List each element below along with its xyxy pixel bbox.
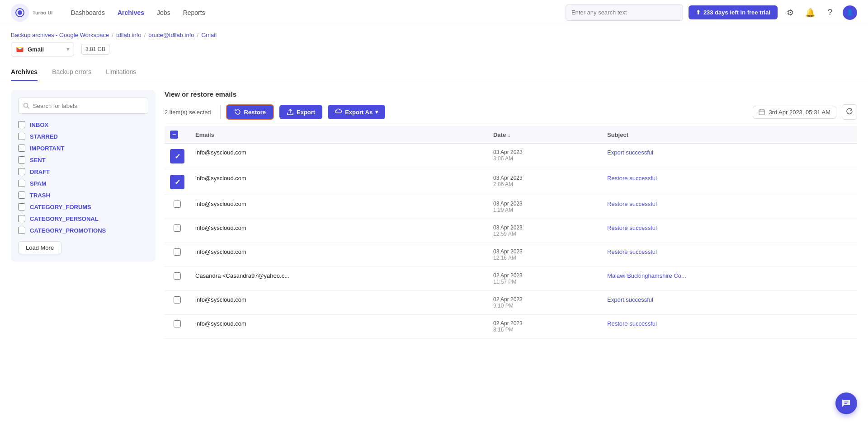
row-email-1: info@syscloud.com: [190, 144, 488, 169]
selected-count: 2 item(s) selected: [165, 109, 211, 116]
select-all-checkbox[interactable]: −: [170, 131, 178, 139]
label-item-starred[interactable]: STARRED: [18, 133, 148, 140]
label-item-draft[interactable]: DRAFT: [18, 168, 148, 175]
header-date: Date ↓: [488, 126, 602, 144]
row-subject-4: Restore successful: [602, 219, 857, 243]
label-item-trash[interactable]: TRASH: [18, 191, 148, 199]
section-title: View or restore emails: [165, 90, 857, 98]
svg-line-4: [28, 107, 29, 109]
row-checkbox-4[interactable]: [174, 224, 181, 232]
label-item-sent[interactable]: SENT: [18, 156, 148, 163]
label-checkbox-spam[interactable]: [18, 180, 25, 187]
label-item-category-promotions[interactable]: CATEGORY_PROMOTIONS: [18, 227, 148, 234]
search-labels-input[interactable]: [33, 103, 143, 109]
label-checkbox-sent[interactable]: [18, 156, 25, 163]
nav-reports[interactable]: Reports: [183, 9, 205, 16]
date-filter[interactable]: 3rd Apr 2023, 05:31 AM: [753, 106, 836, 119]
service-bar: Gmail ▾ 3.81 GB: [0, 42, 868, 62]
label-checkbox-category-forums[interactable]: [18, 203, 25, 210]
table-body: ✓ info@syscloud.com 03 Apr 2023 3:06 AM …: [165, 144, 857, 339]
nav-links: Dashboards Archives Jobs Reports: [71, 9, 551, 16]
tab-archives[interactable]: Archives: [11, 64, 38, 81]
load-more-button[interactable]: Load More: [18, 241, 61, 254]
row-checkbox-3[interactable]: [174, 201, 181, 208]
label-name-spam: SPAM: [30, 180, 47, 187]
search-labels-wrapper: [18, 98, 148, 114]
label-checkbox-category-personal[interactable]: [18, 215, 25, 222]
label-checkbox-draft[interactable]: [18, 168, 25, 175]
label-item-important[interactable]: IMPORTANT: [18, 145, 148, 152]
row-checkbox-cell: ✓: [165, 169, 190, 195]
nav-right: ⬆ 233 days left in free trial ⚙ 🔔 ? 👤: [566, 5, 857, 21]
cloud-icon: [335, 108, 342, 116]
row-checkbox-8[interactable]: [174, 320, 181, 327]
breadcrumb-item-service[interactable]: Gmail: [201, 32, 217, 38]
row-email-7: info@syscloud.com: [190, 291, 488, 315]
service-dropdown[interactable]: Gmail ▾: [11, 42, 74, 56]
nav-jobs[interactable]: Jobs: [157, 9, 170, 16]
export-button[interactable]: Export: [279, 105, 322, 119]
export-as-button[interactable]: Export As ▾: [328, 105, 385, 119]
avatar-button[interactable]: 👤: [843, 5, 857, 20]
settings-button[interactable]: ⚙: [783, 5, 797, 20]
tab-bar: Archives Backup errors Limitations: [0, 64, 868, 81]
sort-down-icon: ↓: [508, 131, 511, 138]
trial-button[interactable]: ⬆ 233 days left in free trial: [689, 5, 778, 19]
label-checkbox-inbox[interactable]: [18, 121, 25, 128]
notifications-button[interactable]: 🔔: [803, 5, 817, 20]
label-item-spam[interactable]: SPAM: [18, 180, 148, 187]
email-table: − Emails Date ↓ Subject ✓: [165, 126, 857, 339]
svg-point-1: [18, 10, 22, 15]
row-date-4: 03 Apr 2023 12:59 AM: [488, 219, 602, 243]
row-subject-5: Restore successful: [602, 243, 857, 267]
row-checkbox-7[interactable]: [174, 296, 181, 304]
row-subject-7: Export successful: [602, 291, 857, 315]
search-input[interactable]: [566, 5, 683, 21]
nav-archives[interactable]: Archives: [118, 9, 144, 16]
toolbar-divider: [220, 105, 221, 119]
subject-link-5[interactable]: Restore successful: [607, 248, 657, 255]
breadcrumb-sep-2: /: [144, 32, 146, 38]
date-filter-label: 3rd Apr 2023, 05:31 AM: [769, 109, 830, 116]
subject-link-7[interactable]: Export successful: [607, 296, 653, 303]
table-row: info@syscloud.com 02 Apr 2023 9:10 PM Ex…: [165, 291, 857, 315]
subject-link-6[interactable]: Malawi Buckinghamshire Co...: [607, 272, 686, 279]
check-icon: ✓: [175, 152, 180, 161]
row-email-3: info@syscloud.com: [190, 195, 488, 219]
help-button[interactable]: ?: [823, 5, 837, 20]
subject-link-3[interactable]: Restore successful: [607, 201, 657, 207]
row-email-8: info@syscloud.com: [190, 315, 488, 339]
tab-limitations[interactable]: Limitations: [106, 64, 136, 81]
email-section: View or restore emails 2 item(s) selecte…: [165, 90, 857, 339]
row-checkbox-6[interactable]: [174, 272, 181, 280]
label-checkbox-starred[interactable]: [18, 133, 25, 140]
row-subject-6: Malawi Buckinghamshire Co...: [602, 267, 857, 291]
tab-backup-errors[interactable]: Backup errors: [52, 64, 91, 81]
nav-dashboards[interactable]: Dashboards: [71, 9, 105, 16]
row-checkbox-2[interactable]: ✓: [170, 175, 184, 189]
row-checkbox-1[interactable]: ✓: [170, 149, 184, 163]
label-item-category-personal[interactable]: CATEGORY_PERSONAL: [18, 215, 148, 222]
label-checkbox-category-promotions[interactable]: [18, 227, 25, 234]
label-checkbox-important[interactable]: [18, 145, 25, 152]
breadcrumb-item-domain[interactable]: tdllab.info: [116, 32, 142, 38]
breadcrumb-item-user[interactable]: bruce@tdllab.info: [148, 32, 194, 38]
label-item-inbox[interactable]: INBOX: [18, 121, 148, 128]
subject-link-8[interactable]: Restore successful: [607, 320, 657, 327]
label-name-category-personal: CATEGORY_PERSONAL: [30, 215, 99, 222]
row-checkbox-5[interactable]: [174, 248, 181, 256]
sidebar: INBOX STARRED IMPORTANT SENT DRAFT: [11, 90, 156, 339]
subject-link-1[interactable]: Export successful: [607, 149, 653, 156]
logo-area: Turbo UI: [11, 4, 52, 22]
refresh-button[interactable]: [842, 104, 857, 120]
label-checkbox-trash[interactable]: [18, 191, 25, 199]
breadcrumb-item-workspace[interactable]: Backup archives - Google Workspace: [11, 32, 109, 38]
label-name-sent: SENT: [30, 157, 46, 163]
restore-button[interactable]: Restore: [226, 104, 274, 120]
header-emails: Emails: [190, 126, 488, 144]
subject-link-4[interactable]: Restore successful: [607, 224, 657, 231]
label-name-inbox: INBOX: [30, 121, 48, 128]
label-item-category-forums[interactable]: CATEGORY_FORUMS: [18, 203, 148, 210]
subject-link-2[interactable]: Restore successful: [607, 175, 657, 182]
minus-icon: −: [172, 131, 176, 138]
